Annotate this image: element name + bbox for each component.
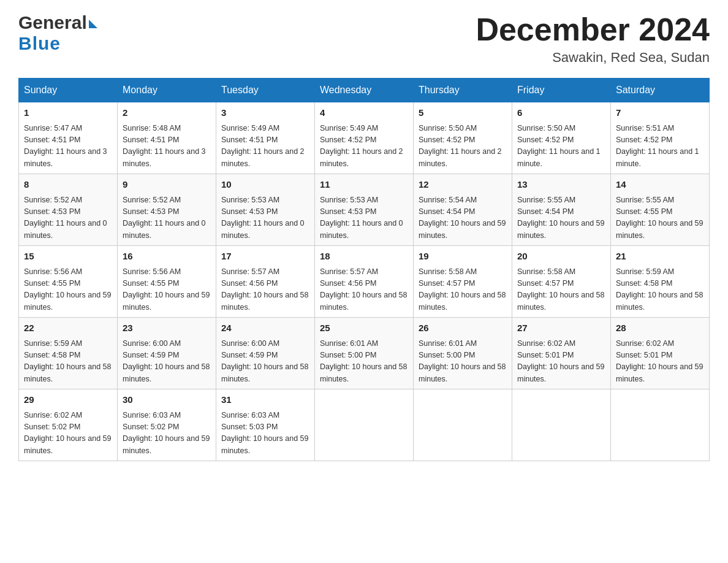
day-info: Sunrise: 6:00 AMSunset: 4:59 PMDaylight:… <box>221 338 309 386</box>
calendar-cell: 23Sunrise: 6:00 AMSunset: 4:59 PMDayligh… <box>118 318 216 389</box>
day-number: 27 <box>517 321 605 335</box>
daylight-text: Daylight: 10 hours and 59 minutes. <box>616 362 703 383</box>
day-number: 21 <box>616 250 704 264</box>
day-number: 11 <box>320 178 408 192</box>
calendar-cell: 26Sunrise: 6:01 AMSunset: 5:00 PMDayligh… <box>414 318 512 389</box>
sunset-text: Sunset: 4:52 PM <box>517 136 574 144</box>
daylight-text: Daylight: 10 hours and 58 minutes. <box>320 362 407 383</box>
sunset-text: Sunset: 4:59 PM <box>123 351 179 359</box>
calendar-cell: 20Sunrise: 5:58 AMSunset: 4:57 PMDayligh… <box>512 246 611 318</box>
day-info: Sunrise: 5:54 AMSunset: 4:54 PMDaylight:… <box>419 194 507 242</box>
weekday-header-sunday: Sunday <box>19 79 118 102</box>
day-number: 18 <box>320 250 408 264</box>
daylight-text: Daylight: 10 hours and 59 minutes. <box>24 291 111 311</box>
sunset-text: Sunset: 4:58 PM <box>24 351 80 359</box>
daylight-text: Daylight: 11 hours and 0 minutes. <box>123 219 206 239</box>
daylight-text: Daylight: 11 hours and 2 minutes. <box>320 147 403 167</box>
day-info: Sunrise: 5:49 AMSunset: 4:51 PMDaylight:… <box>221 123 309 170</box>
sunrise-text: Sunrise: 5:52 AM <box>123 196 181 204</box>
logo-arrow-icon <box>89 20 97 28</box>
day-info: Sunrise: 5:47 AMSunset: 4:51 PMDaylight:… <box>24 123 112 170</box>
weekday-header-tuesday: Tuesday <box>216 79 315 102</box>
calendar-cell: 16Sunrise: 5:56 AMSunset: 4:55 PMDayligh… <box>118 246 216 318</box>
sunset-text: Sunset: 4:52 PM <box>419 136 475 144</box>
calendar-cell: 18Sunrise: 5:57 AMSunset: 4:56 PMDayligh… <box>315 246 414 318</box>
title-section: December 2024 Sawakin, Red Sea, Sudan <box>476 12 710 66</box>
sunset-text: Sunset: 5:03 PM <box>221 423 278 431</box>
calendar-cell: 15Sunrise: 5:56 AMSunset: 4:55 PMDayligh… <box>19 246 118 318</box>
day-number: 2 <box>123 106 211 120</box>
daylight-text: Daylight: 10 hours and 58 minutes. <box>221 291 308 311</box>
calendar-cell <box>315 389 414 461</box>
daylight-text: Daylight: 10 hours and 59 minutes. <box>517 219 604 239</box>
sunrise-text: Sunrise: 5:55 AM <box>517 196 575 204</box>
daylight-text: Daylight: 10 hours and 59 minutes. <box>616 219 703 239</box>
month-title: December 2024 <box>476 12 710 47</box>
calendar-cell: 31Sunrise: 6:03 AMSunset: 5:03 PMDayligh… <box>216 389 315 461</box>
day-number: 4 <box>320 106 408 120</box>
daylight-text: Daylight: 11 hours and 2 minutes. <box>221 147 305 167</box>
calendar-cell: 25Sunrise: 6:01 AMSunset: 5:00 PMDayligh… <box>315 318 414 389</box>
daylight-text: Daylight: 10 hours and 58 minutes. <box>24 362 111 383</box>
sunset-text: Sunset: 5:01 PM <box>616 351 672 359</box>
day-info: Sunrise: 5:57 AMSunset: 4:56 PMDaylight:… <box>221 266 309 314</box>
day-info: Sunrise: 5:57 AMSunset: 4:56 PMDaylight:… <box>320 266 408 314</box>
sunrise-text: Sunrise: 5:55 AM <box>616 196 674 204</box>
sunrise-text: Sunrise: 5:53 AM <box>221 196 279 204</box>
day-info: Sunrise: 5:59 AMSunset: 4:58 PMDaylight:… <box>24 338 112 386</box>
calendar-cell: 8Sunrise: 5:52 AMSunset: 4:53 PMDaylight… <box>19 174 118 246</box>
sunrise-text: Sunrise: 5:49 AM <box>221 124 279 132</box>
day-number: 16 <box>123 250 211 264</box>
calendar-week-row: 15Sunrise: 5:56 AMSunset: 4:55 PMDayligh… <box>19 246 710 318</box>
calendar-cell: 11Sunrise: 5:53 AMSunset: 4:53 PMDayligh… <box>315 174 414 246</box>
location-title: Sawakin, Red Sea, Sudan <box>476 50 710 66</box>
day-info: Sunrise: 5:53 AMSunset: 4:53 PMDaylight:… <box>221 194 309 242</box>
calendar-cell: 28Sunrise: 6:02 AMSunset: 5:01 PMDayligh… <box>611 318 710 389</box>
day-number: 3 <box>221 106 309 120</box>
daylight-text: Daylight: 10 hours and 58 minutes. <box>419 291 506 311</box>
daylight-text: Daylight: 10 hours and 59 minutes. <box>517 362 604 383</box>
calendar-cell <box>611 389 710 461</box>
calendar-week-row: 29Sunrise: 6:02 AMSunset: 5:02 PMDayligh… <box>19 389 710 461</box>
daylight-text: Daylight: 10 hours and 58 minutes. <box>419 362 506 383</box>
calendar-cell: 21Sunrise: 5:59 AMSunset: 4:58 PMDayligh… <box>611 246 710 318</box>
calendar-week-row: 1Sunrise: 5:47 AMSunset: 4:51 PMDaylight… <box>19 102 710 174</box>
day-info: Sunrise: 6:02 AMSunset: 5:02 PMDaylight:… <box>24 410 112 458</box>
day-number: 30 <box>123 393 211 407</box>
daylight-text: Daylight: 10 hours and 59 minutes. <box>123 291 210 311</box>
daylight-text: Daylight: 11 hours and 0 minutes. <box>221 219 305 239</box>
sunset-text: Sunset: 4:59 PM <box>221 351 278 359</box>
daylight-text: Daylight: 11 hours and 2 minutes. <box>419 147 502 167</box>
calendar-week-row: 8Sunrise: 5:52 AMSunset: 4:53 PMDaylight… <box>19 174 710 246</box>
calendar-cell: 13Sunrise: 5:55 AMSunset: 4:54 PMDayligh… <box>512 174 611 246</box>
day-number: 13 <box>517 178 605 192</box>
sunset-text: Sunset: 4:51 PM <box>221 136 278 144</box>
day-info: Sunrise: 5:58 AMSunset: 4:57 PMDaylight:… <box>419 266 507 314</box>
day-info: Sunrise: 5:52 AMSunset: 4:53 PMDaylight:… <box>24 194 112 242</box>
sunset-text: Sunset: 5:00 PM <box>419 351 475 359</box>
day-info: Sunrise: 5:58 AMSunset: 4:57 PMDaylight:… <box>517 266 605 314</box>
daylight-text: Daylight: 10 hours and 59 minutes. <box>123 434 210 454</box>
sunset-text: Sunset: 5:02 PM <box>24 423 80 431</box>
calendar-cell <box>414 389 512 461</box>
sunrise-text: Sunrise: 6:03 AM <box>123 411 181 419</box>
logo-general-text: General <box>18 12 87 33</box>
day-number: 12 <box>419 178 507 192</box>
sunrise-text: Sunrise: 5:50 AM <box>517 124 575 132</box>
sunrise-text: Sunrise: 5:58 AM <box>419 267 477 276</box>
calendar-cell: 5Sunrise: 5:50 AMSunset: 4:52 PMDaylight… <box>414 102 512 174</box>
day-info: Sunrise: 5:55 AMSunset: 4:55 PMDaylight:… <box>616 194 704 242</box>
sunset-text: Sunset: 4:55 PM <box>616 207 672 216</box>
day-number: 15 <box>24 250 112 264</box>
logo-blue-text: Blue <box>18 33 97 54</box>
day-info: Sunrise: 6:01 AMSunset: 5:00 PMDaylight:… <box>320 338 408 386</box>
day-info: Sunrise: 6:02 AMSunset: 5:01 PMDaylight:… <box>517 338 605 386</box>
day-number: 8 <box>24 178 112 192</box>
sunset-text: Sunset: 4:53 PM <box>24 207 80 216</box>
day-info: Sunrise: 5:52 AMSunset: 4:53 PMDaylight:… <box>123 194 211 242</box>
sunrise-text: Sunrise: 5:57 AM <box>320 267 378 276</box>
calendar-table: SundayMondayTuesdayWednesdayThursdayFrid… <box>18 78 710 461</box>
sunrise-text: Sunrise: 6:02 AM <box>24 411 82 419</box>
daylight-text: Daylight: 10 hours and 59 minutes. <box>24 434 111 454</box>
sunrise-text: Sunrise: 5:51 AM <box>616 124 674 132</box>
